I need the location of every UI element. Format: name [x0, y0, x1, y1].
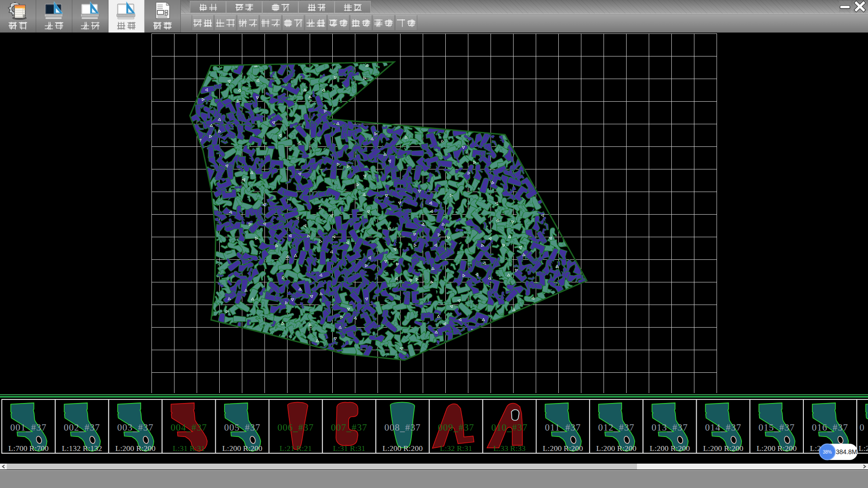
svg-text:014_#37: 014_#37 — [705, 422, 741, 433]
svg-text:007_#37: 007_#37 — [331, 422, 368, 433]
svg-text:L:200 R:200: L:200 R:200 — [382, 444, 423, 453]
svg-text:L:31 R:31: L:31 R:31 — [173, 444, 205, 453]
svg-text:010_#37: 010_#37 — [491, 422, 528, 433]
svg-text:L:200 R:200: L:200 R:200 — [650, 444, 690, 453]
svg-text:011_#37: 011_#37 — [545, 422, 581, 433]
svg-text:L:32 R:31: L:32 R:31 — [440, 444, 472, 453]
svg-text:L:700 R:700: L:700 R:700 — [9, 444, 49, 453]
svg-text:002_#37: 002_#37 — [64, 422, 100, 433]
svg-text:015_#37: 015_#37 — [759, 422, 795, 433]
svg-text:L:2: L:2 — [859, 444, 868, 453]
svg-text:013_#37: 013_#37 — [651, 422, 688, 433]
svg-text:384.8M: 384.8M — [836, 448, 857, 455]
svg-text:L:21 R:21: L:21 R:21 — [279, 444, 311, 453]
svg-text:L:200 R:200: L:200 R:200 — [222, 444, 262, 453]
svg-text:L:200 R:200: L:200 R:200 — [596, 444, 637, 453]
svg-text:005_#37: 005_#37 — [224, 422, 261, 433]
svg-text:L:200 R:200: L:200 R:200 — [115, 444, 156, 453]
svg-text:001_#37: 001_#37 — [10, 422, 47, 433]
svg-text:L:200 R:200: L:200 R:200 — [703, 444, 743, 453]
svg-text:L:200 R:200: L:200 R:200 — [756, 444, 797, 453]
svg-text:L:200 R:200: L:200 R:200 — [543, 444, 583, 453]
svg-text:004_#37: 004_#37 — [170, 422, 207, 433]
svg-text:L:33 R:33: L:33 R:33 — [493, 444, 526, 453]
svg-text:016_#37: 016_#37 — [812, 422, 849, 433]
svg-text:012_#37: 012_#37 — [598, 422, 635, 433]
svg-text:003_#37: 003_#37 — [117, 422, 154, 433]
svg-text:008_#37: 008_#37 — [384, 422, 421, 433]
svg-text:L:132 R:132: L:132 R:132 — [62, 444, 102, 453]
svg-text:0: 0 — [859, 422, 865, 433]
svg-text:38%: 38% — [823, 450, 832, 455]
svg-text:009_#37: 009_#37 — [438, 422, 474, 433]
svg-text:006_#37: 006_#37 — [278, 422, 314, 433]
svg-text:L:31 R:31: L:31 R:31 — [333, 444, 365, 453]
